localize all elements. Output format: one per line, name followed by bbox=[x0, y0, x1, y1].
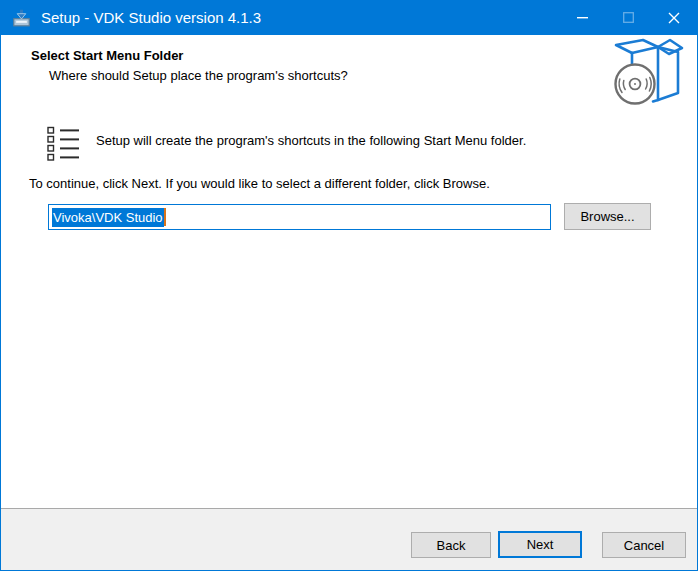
page-title: Select Start Menu Folder bbox=[31, 48, 183, 63]
info-text: Setup will create the program's shortcut… bbox=[96, 133, 656, 148]
text-caret bbox=[164, 208, 166, 226]
window-title: Setup - VDK Studio version 4.1.3 bbox=[41, 9, 261, 26]
minimize-button[interactable] bbox=[559, 0, 605, 35]
next-button[interactable]: Next bbox=[498, 531, 582, 558]
back-button[interactable]: Back bbox=[411, 532, 491, 558]
folder-input-value: Vivoka\VDK Studio bbox=[52, 208, 164, 227]
button-bar: Back Next Cancel bbox=[1, 508, 697, 570]
software-box-with-disc-icon bbox=[612, 38, 684, 106]
page-subtitle: Where should Setup place the program's s… bbox=[49, 68, 348, 83]
caption-buttons bbox=[559, 0, 697, 35]
maximize-button bbox=[605, 0, 651, 35]
start-menu-shortcut-list-icon bbox=[47, 126, 80, 161]
folder-input[interactable]: Vivoka\VDK Studio bbox=[48, 204, 551, 230]
setup-wizard-window: Setup - VDK Studio version 4.1.3 Select … bbox=[0, 0, 698, 571]
instruction-text: To continue, click Next. If you would li… bbox=[29, 176, 669, 191]
browse-button[interactable]: Browse... bbox=[564, 203, 651, 230]
installer-app-icon bbox=[12, 8, 31, 27]
wizard-content: Setup will create the program's shortcut… bbox=[1, 110, 697, 507]
titlebar[interactable]: Setup - VDK Studio version 4.1.3 bbox=[1, 0, 697, 35]
close-button[interactable] bbox=[651, 0, 697, 35]
wizard-header: Select Start Menu Folder Where should Se… bbox=[2, 35, 696, 110]
cancel-button[interactable]: Cancel bbox=[602, 532, 686, 558]
